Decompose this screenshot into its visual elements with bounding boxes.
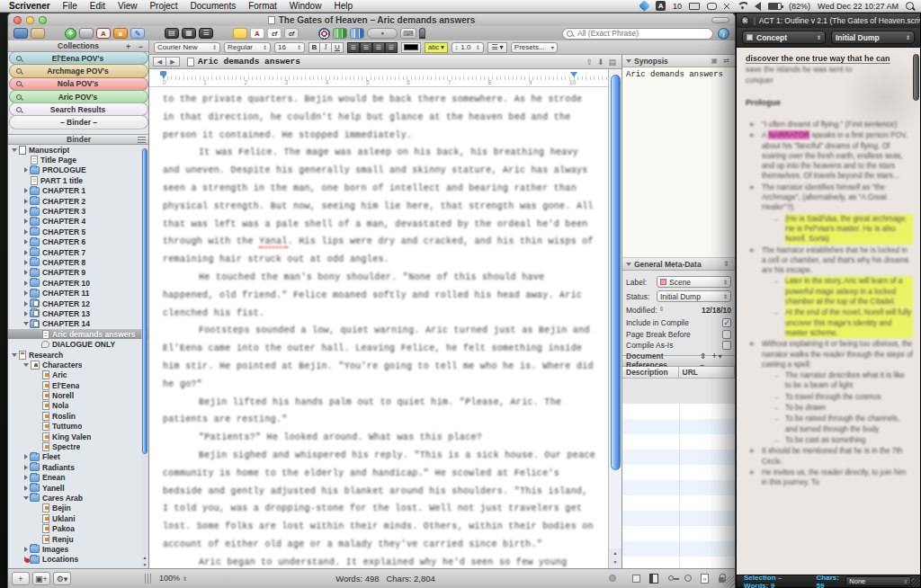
title-bar[interactable]: The Gates of Heaven – Aric demands answe… — [8, 13, 735, 26]
add-folder-button[interactable]: ▣+ — [32, 572, 50, 585]
binder-scrollbar[interactable]: ▲▼ — [141, 145, 148, 568]
disclosure-right-icon[interactable] — [22, 260, 30, 265]
highlight-button[interactable]: abc▾ — [425, 42, 448, 53]
quickref-title-bar[interactable]: ✕ ACT 1: Outline v 2.1 (The Gates of Hea… — [737, 13, 920, 28]
menu-view[interactable]: View — [118, 1, 138, 11]
disclosure-down-icon[interactable] — [22, 496, 30, 500]
menu-project[interactable]: Project — [149, 1, 177, 11]
menu-documents[interactable]: Documents — [191, 1, 237, 11]
bluetooth-icon[interactable] — [724, 2, 729, 11]
disclosure-right-icon[interactable] — [22, 454, 30, 459]
gear-menu-button[interactable]: ⚙▾ — [53, 572, 71, 585]
meta-header-stepper[interactable]: ⇕ — [723, 260, 731, 268]
sidebar-up-icon[interactable]: ⇧ — [586, 58, 593, 67]
outline-bullet[interactable]: ✳"I often dreamt of flying." (First sent… — [746, 120, 913, 129]
dropbox-icon[interactable] — [639, 0, 650, 12]
disclosure-right-icon[interactable] — [22, 250, 30, 255]
binder-item-chapter-14[interactable]: CHAPTER 14 — [8, 319, 148, 329]
editor-paragraph[interactable]: He touched the man's bony shoulder. "Non… — [163, 269, 597, 322]
list-style-button[interactable]: ☰ ▾ — [487, 42, 507, 53]
binder-item-title-page[interactable]: Title Page — [8, 155, 148, 165]
binder-item-chapter-4[interactable]: CHAPTER 4 — [8, 217, 148, 227]
menu-window[interactable]: Window — [290, 1, 322, 11]
dictation-icon[interactable] — [419, 28, 425, 39]
synopsis-card[interactable]: Aric demands answers — [622, 67, 735, 258]
outline-bullet[interactable]: –To be drawn — [746, 403, 913, 413]
binder-item-radiants[interactable]: Radiants — [8, 462, 148, 472]
menu-edit[interactable]: Edit — [90, 1, 105, 11]
disclosure-right-icon[interactable] — [22, 199, 30, 204]
battery-icon[interactable] — [768, 3, 782, 10]
binder-item-roslin[interactable]: Roslin — [8, 411, 148, 421]
binder-item-cares-arab[interactable]: Cares Arab — [8, 493, 148, 503]
binder-item-chapter-7[interactable]: CHAPTER 7 — [8, 247, 148, 257]
synopsis-header-icons[interactable]: ▣ ⇄ — [711, 57, 731, 65]
status-select[interactable]: Initial Dump⇕ — [657, 290, 731, 302]
outline-bullet[interactable]: ✳The Narrator establishes that he is loc… — [746, 245, 913, 276]
editor-text-area[interactable]: to the private quarters. Bejin would be … — [149, 87, 608, 568]
display-icon[interactable] — [689, 3, 700, 10]
split-view-icon[interactable]: ▤ — [608, 58, 616, 67]
layout-slider-icon[interactable]: ▪ — [367, 28, 398, 39]
menu-format[interactable]: Format — [248, 1, 277, 11]
font-style-select[interactable]: Regular⇕ — [224, 42, 271, 53]
outline-bullet[interactable]: ✳Without explaining it or being too obvi… — [746, 339, 913, 370]
keywords-dropdown[interactable]: None⇕ — [845, 576, 911, 586]
statistics-icon[interactable] — [350, 28, 364, 39]
search-input[interactable] — [562, 28, 713, 40]
disclosure-right-icon[interactable] — [22, 270, 30, 275]
indent-marker-left[interactable] — [160, 71, 166, 76]
stamp-icon[interactable] — [684, 575, 692, 582]
line-spacing-select[interactable]: ↕1.0⇕ — [452, 42, 484, 53]
editor-paragraph[interactable]: Bejin sighed and whispered his reply. "T… — [163, 447, 597, 554]
menu-file[interactable]: File — [63, 1, 77, 11]
disclosure-right-icon[interactable] — [22, 547, 30, 552]
outline-bullet[interactable]: ✳He invites us, the reader directly, to … — [746, 468, 913, 488]
notes-icon[interactable] — [649, 574, 658, 584]
editor-scroll-arrows[interactable]: ▲▼ — [609, 548, 621, 568]
binder-item-chapter-5[interactable]: CHAPTER 5 — [8, 227, 148, 236]
binder-item-nola[interactable]: Nola — [8, 401, 148, 411]
binder-item-chapter-13[interactable]: CHAPTER 13 — [8, 308, 148, 318]
editor-scroll-thumb[interactable] — [611, 75, 621, 470]
binder-item-el-eena[interactable]: El'Eena — [8, 380, 148, 390]
document-references-header[interactable]: Document References⇕ +▾ − — [622, 355, 735, 367]
volume-icon[interactable] — [755, 2, 761, 11]
binder-item-prologue[interactable]: PROLOGUE — [8, 165, 148, 175]
disclosure-right-icon[interactable] — [22, 290, 30, 296]
modified-toggle-icon[interactable]: ⇕ — [659, 306, 665, 315]
binder-item-norell[interactable]: Norell — [8, 390, 148, 400]
collections-icon[interactable] — [31, 28, 45, 39]
italic-button[interactable]: I — [320, 42, 332, 53]
binder-item-chapter-1[interactable]: CHAPTER 1 — [8, 186, 148, 196]
disclosure-right-icon[interactable] — [22, 229, 30, 235]
chat-icon[interactable] — [707, 3, 717, 10]
font-size-select[interactable]: 16⇕ — [274, 42, 305, 53]
binder-item-chapter-8[interactable]: CHAPTER 8 — [8, 257, 148, 267]
editor-paragraph[interactable]: "Patients?" He looked around. What was t… — [163, 429, 597, 447]
checkbox-checked[interactable]: ✓ — [722, 318, 731, 327]
binder-item-enean[interactable]: Enean — [8, 473, 148, 483]
quickref-resize-grip[interactable] — [911, 578, 920, 587]
outline-bullet[interactable]: ✳A NARRATOR speaks in a first person POV… — [746, 130, 913, 181]
collection-tab-aric-pov-s[interactable]: Aric POV's — [9, 90, 148, 103]
collection-tab-archmage-pov-s[interactable]: Archmage POV's — [9, 64, 148, 77]
editor-paragraph[interactable]: It was Felice. The mage was asleep on hi… — [163, 144, 597, 269]
bold-button[interactable]: B — [308, 42, 320, 53]
binder-item-chapter-9[interactable]: CHAPTER 9 — [8, 268, 148, 278]
outline-bullet[interactable]: –To be raised through the channels, and … — [746, 414, 913, 434]
binder-item-part-1-title[interactable]: PART 1 title — [8, 175, 148, 185]
binder-item-manuscript[interactable]: Manuscript — [8, 145, 148, 155]
editor-paragraph[interactable]: to the private quarters. Bejin would be … — [163, 91, 597, 144]
quickref-close-icon[interactable]: ✕ — [741, 16, 749, 25]
menu-help[interactable]: Help — [334, 1, 353, 11]
outline-bullet[interactable]: –The narrator describes what it is like … — [746, 370, 913, 391]
back-button[interactable]: ◀ — [153, 57, 166, 67]
wifi-icon[interactable] — [737, 2, 747, 10]
disclosure-right-icon[interactable] — [22, 209, 30, 214]
lock-inspector-icon[interactable] — [632, 575, 640, 583]
references-table[interactable] — [622, 404, 735, 568]
outline-bullet[interactable]: –To be cast as something — [746, 435, 913, 445]
binder-menu-icon[interactable] — [138, 137, 146, 143]
binder-item-locations[interactable]: Locations — [8, 555, 148, 565]
